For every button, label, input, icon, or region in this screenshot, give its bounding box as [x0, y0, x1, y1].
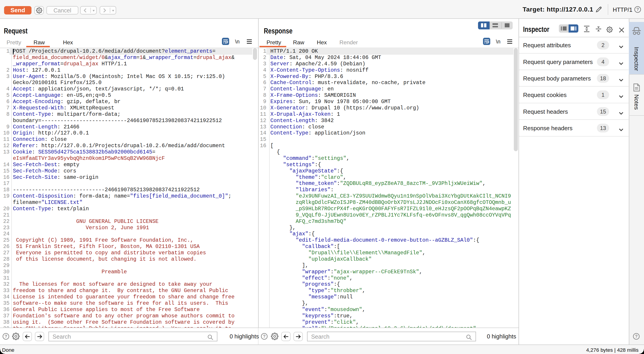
svg-text:?: ?: [4, 334, 7, 339]
svg-text:?: ?: [263, 334, 266, 339]
svg-text:?: ?: [636, 7, 639, 12]
svg-text:?: ?: [635, 334, 638, 339]
